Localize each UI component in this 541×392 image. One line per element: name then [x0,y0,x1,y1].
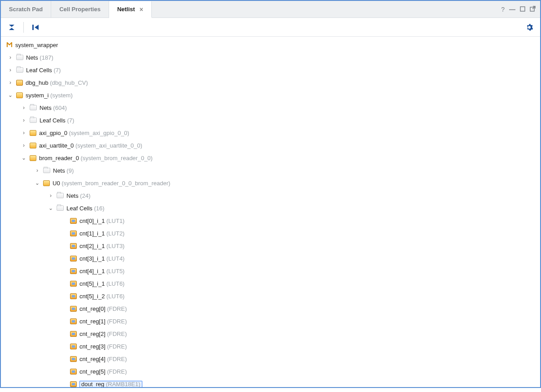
tree-node-nets-187[interactable]: › Nets (187) [3,51,540,64]
tree-node-nets-604[interactable]: › Nets (604) [3,101,540,114]
cell-icon [70,231,77,236]
node-name: Leaf Cells [40,117,66,124]
node-type: (FDRE) [107,343,127,350]
tree-leaf-cnt5b[interactable]: cnt[5]_i_2 (LUT6) [3,290,540,302]
cell-icon [70,318,77,324]
tree-leaf-cntreg4[interactable]: cnt_reg[4] (FDRE) [3,353,540,365]
tree-leaf-dout-reg[interactable]: dout_reg (RAMB18E1) [3,378,540,387]
cell-icon [70,369,77,375]
expand-icon[interactable]: › [48,193,54,198]
node-type: (FDRE) [107,305,127,312]
tree-leaf-cnt3[interactable]: cnt[3]_i_1 (LUT4) [3,252,540,265]
tab-scratch-pad[interactable]: Scratch Pad [1,1,51,17]
close-icon[interactable]: × [140,6,143,13]
node-type: (system_axi_gpio_0_0) [69,130,129,136]
node-name: system_i [26,92,48,99]
tab-netlist[interactable]: Netlist × [109,1,152,18]
instance-icon [30,143,36,148]
collapse-all-button[interactable] [6,22,17,33]
tree-leaf-cnt5[interactable]: cnt[5]_i_1 (LUT6) [3,277,540,290]
tree-leaf-cnt2[interactable]: cnt[2]_i_1 (LUT3) [3,240,540,252]
node-count: (16) [94,205,104,212]
node-count: (187) [40,54,53,61]
tree-leaf-cnt4[interactable]: cnt[4]_i_1 (LUT5) [3,265,540,277]
node-name: dout_reg [81,381,104,388]
folder-icon [16,67,23,73]
settings-button[interactable] [524,22,535,33]
tree-node-nets-9[interactable]: › Nets (9) [3,164,540,177]
collapse-icon[interactable]: ⌄ [21,155,27,161]
expand-icon[interactable]: › [7,67,13,73]
tree-node-system-i[interactable]: ⌄ system_i (system) [3,89,540,101]
expand-icon[interactable]: › [7,55,13,60]
folder-icon [57,205,64,211]
node-type: (system_axi_uartlite_0_0) [75,142,142,149]
tree-leaf-cnt1[interactable]: cnt[1]_i_1 (LUT2) [3,227,540,240]
node-type: (FDRE) [107,331,127,337]
node-count: (7) [67,117,74,124]
svg-rect-0 [520,7,525,11]
tree-root[interactable]: system_wrapper [3,39,540,51]
minimize-icon[interactable]: — [509,6,515,13]
node-type: (system_brom_reader_0_0) [81,155,153,161]
cell-icon [70,293,77,299]
tree-node-nets-24[interactable]: › Nets (24) [3,189,540,202]
node-type: (FDRE) [107,368,127,375]
tree-view[interactable]: system_wrapper › Nets (187) [1,37,540,387]
cell-icon [70,256,77,261]
collapse-icon[interactable]: ⌄ [34,180,40,186]
node-name: brom_reader_0 [39,155,79,161]
node-name: dbg_hub [26,79,48,86]
node-name: cnt_reg[1] [79,318,106,325]
instance-icon [30,130,36,136]
expand-icon[interactable]: › [7,80,13,85]
tab-label: Netlist [117,6,135,13]
tree-node-leafcells-7[interactable]: › Leaf Cells (7) [3,64,540,76]
instance-icon [43,180,50,186]
tab-cell-properties[interactable]: Cell Properties [51,1,109,17]
expand-icon[interactable]: › [21,118,27,123]
node-name: cnt_reg[5] [79,368,106,375]
expand-icon[interactable]: › [21,143,27,148]
folder-icon [30,105,37,110]
node-name: Nets [26,54,38,61]
tree-leaf-cntreg5[interactable]: cnt_reg[5] (FDRE) [3,365,540,378]
help-icon[interactable]: ? [501,6,505,13]
tree-leaf-cntreg2[interactable]: cnt_reg[2] (FDRE) [3,327,540,340]
tab-label: Scratch Pad [9,6,43,13]
tree-node-axi-gpio[interactable]: › axi_gpio_0 (system_axi_gpio_0_0) [3,126,540,139]
node-name: Nets [53,167,65,174]
tree-node-u0[interactable]: ⌄ U0 (system_brom_reader_0_0_brom_reader… [3,177,540,189]
maximize-icon[interactable] [520,6,525,13]
node-type: (LUT1) [106,218,124,224]
tree-leaf-cntreg1[interactable]: cnt_reg[1] (FDRE) [3,315,540,327]
tree-leaf-cntreg3[interactable]: cnt_reg[3] (FDRE) [3,340,540,353]
collapse-icon[interactable]: ⌄ [48,205,54,211]
expand-icon[interactable]: › [21,105,27,110]
tree-node-leafcells-7b[interactable]: › Leaf Cells (7) [3,114,540,126]
instance-icon [16,92,23,98]
expand-icon[interactable]: › [21,130,27,135]
previous-button[interactable] [30,22,41,33]
node-name: cnt[1]_i_1 [79,230,105,237]
node-name: axi_uartlite_0 [39,142,74,149]
tree-node-leafcells-16[interactable]: ⌄ Leaf Cells (16) [3,202,540,214]
node-type: (LUT4) [106,255,124,262]
tree-node-dbg-hub[interactable]: › dbg_hub (dbg_hub_CV) [3,76,540,89]
cell-icon [70,218,77,224]
instance-icon [30,155,36,161]
node-type: (LUT3) [106,243,124,249]
tree-leaf-cnt0[interactable]: cnt[0]_i_1 (LUT1) [3,214,540,227]
node-name: cnt[2]_i_1 [79,243,105,249]
netlist-panel: Scratch Pad Cell Properties Netlist × ? … [0,0,541,388]
node-name: cnt[4]_i_1 [79,268,105,274]
cell-icon [70,381,77,387]
popout-icon[interactable] [530,6,536,13]
tree-node-brom-reader[interactable]: ⌄ brom_reader_0 (system_brom_reader_0_0) [3,152,540,164]
tree-leaf-cntreg0[interactable]: cnt_reg[0] (FDRE) [3,302,540,315]
node-name: cnt[0]_i_1 [79,218,105,224]
tree-node-axi-uartlite[interactable]: › axi_uartlite_0 (system_axi_uartlite_0_… [3,139,540,152]
collapse-icon[interactable]: ⌄ [7,92,13,98]
node-name: Nets [66,192,79,199]
expand-icon[interactable]: › [34,168,40,173]
